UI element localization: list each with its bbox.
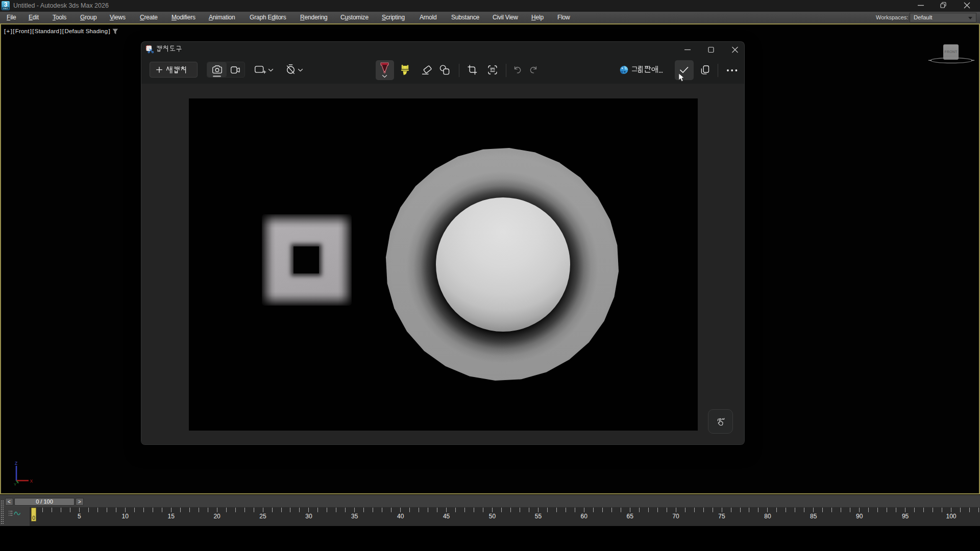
svg-text:Y: Y [14,482,17,487]
svg-text:Z: Z [15,461,17,466]
svg-text:X: X [30,479,33,484]
